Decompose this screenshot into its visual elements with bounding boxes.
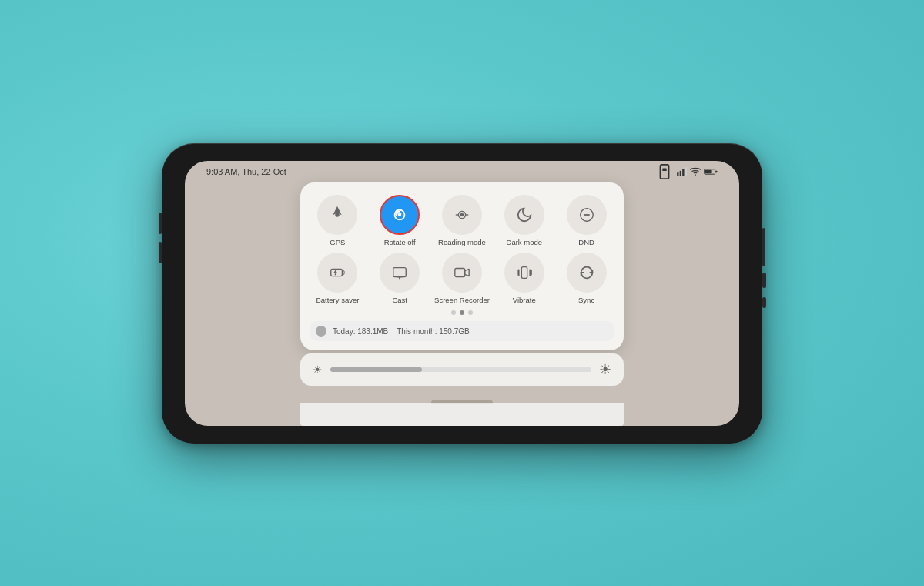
phone-screen: 9:03 AM, Thu, 22 Oct <box>185 161 739 426</box>
dark-mode-icon <box>516 206 533 223</box>
tile-dark-label: Dark mode <box>507 238 542 246</box>
vibrate-icon <box>516 264 533 281</box>
tile-screen-recorder[interactable]: Screen Recorder <box>434 253 490 304</box>
nav-arrow-button[interactable] <box>762 273 766 288</box>
tile-rotate-off[interactable]: ⟳ Rotate off <box>372 195 428 246</box>
brightness-max-icon: ☀ <box>599 361 611 378</box>
tile-recorder-label: Screen Recorder <box>434 296 490 304</box>
tile-sync-icon <box>567 253 607 293</box>
tile-battery-label: Battery saver <box>316 296 359 304</box>
quick-settings-panel: GPS ⟳ Rotate off <box>300 182 624 351</box>
brightness-track[interactable] <box>330 367 591 372</box>
status-time: 9:03 AM, Thu, 22 Oct <box>206 167 286 176</box>
tile-vibrate-icon <box>504 253 544 293</box>
tile-cast-icon <box>380 253 420 293</box>
tile-reading-icon <box>442 195 482 235</box>
brightness-fill <box>330 367 422 372</box>
gps-icon <box>329 206 346 223</box>
sim-icon <box>656 163 673 180</box>
battery-icon <box>704 167 718 176</box>
status-icons <box>656 163 718 180</box>
tiles-grid-row1: GPS ⟳ Rotate off <box>310 195 614 305</box>
battery-saver-icon <box>329 264 346 281</box>
sync-icon <box>578 264 595 281</box>
tile-dark-icon <box>504 195 544 235</box>
dnd-icon <box>578 206 595 223</box>
svg-rect-4 <box>682 169 684 176</box>
tile-gps-label: GPS <box>330 238 345 246</box>
tile-cast[interactable]: Cast <box>372 253 428 304</box>
pagination-dot-3 <box>468 310 473 315</box>
reading-icon <box>454 206 470 223</box>
tile-reading-mode[interactable]: Reading mode <box>434 195 490 246</box>
svg-text:⟳: ⟳ <box>397 209 403 216</box>
tile-vibrate[interactable]: Vibrate <box>496 253 552 304</box>
svg-rect-3 <box>680 170 681 176</box>
tile-dark-mode[interactable]: Dark mode <box>496 195 552 246</box>
svg-point-10 <box>336 213 340 216</box>
data-usage-row: Today: 183.1MB This month: 150.7GB <box>310 321 614 341</box>
tile-sync-label: Sync <box>578 296 594 304</box>
brightness-min-icon: ☀ <box>313 363 323 376</box>
signal-icon <box>676 166 687 177</box>
volume-up-button[interactable] <box>159 213 162 234</box>
svg-rect-1 <box>662 168 667 171</box>
svg-rect-24 <box>393 267 407 276</box>
wifi-icon <box>690 166 701 177</box>
tile-dnd-icon <box>567 195 607 235</box>
tile-rotate-label: Rotate off <box>384 238 416 246</box>
svg-point-15 <box>461 213 464 216</box>
phone-device: 9:03 AM, Thu, 22 Oct <box>162 143 762 444</box>
svg-rect-9 <box>715 170 717 172</box>
power-button[interactable] <box>762 228 765 266</box>
svg-rect-5 <box>685 167 687 176</box>
cast-icon <box>391 264 408 281</box>
tile-vibrate-label: Vibrate <box>513 296 536 304</box>
svg-rect-28 <box>521 267 527 279</box>
svg-rect-8 <box>705 169 712 173</box>
data-usage-dot <box>316 326 326 337</box>
tile-reading-label: Reading mode <box>438 238 486 246</box>
tile-gps[interactable]: GPS <box>310 195 366 246</box>
svg-rect-2 <box>677 172 678 176</box>
status-bar: 9:03 AM, Thu, 22 Oct <box>185 161 739 182</box>
svg-rect-0 <box>661 164 669 178</box>
tile-battery-icon <box>317 253 357 293</box>
tile-gps-icon <box>317 195 357 235</box>
camera-button <box>762 297 766 308</box>
tile-recorder-icon <box>442 253 482 293</box>
svg-rect-27 <box>455 268 465 276</box>
tile-cast-label: Cast <box>392 296 407 304</box>
tile-dnd[interactable]: DND <box>558 195 614 246</box>
brightness-slider-bar: ☀ ☀ <box>300 353 624 386</box>
bottom-bar-hint <box>300 403 624 426</box>
pagination-dot-2 <box>460 310 464 315</box>
tile-dnd-label: DND <box>578 238 594 246</box>
pagination-dots <box>310 310 614 315</box>
svg-point-6 <box>695 174 696 176</box>
tile-rotate-icon: ⟳ <box>380 195 420 235</box>
tile-sync[interactable]: Sync <box>558 253 614 304</box>
rotate-icon: ⟳ <box>391 206 408 223</box>
tile-battery-saver[interactable]: Battery saver <box>310 253 366 304</box>
data-usage-today: Today: 183.1MB This month: 150.7GB <box>333 327 470 336</box>
screen-recorder-icon <box>454 264 470 281</box>
pagination-dot-1 <box>451 310 456 315</box>
volume-down-button[interactable] <box>159 242 162 263</box>
